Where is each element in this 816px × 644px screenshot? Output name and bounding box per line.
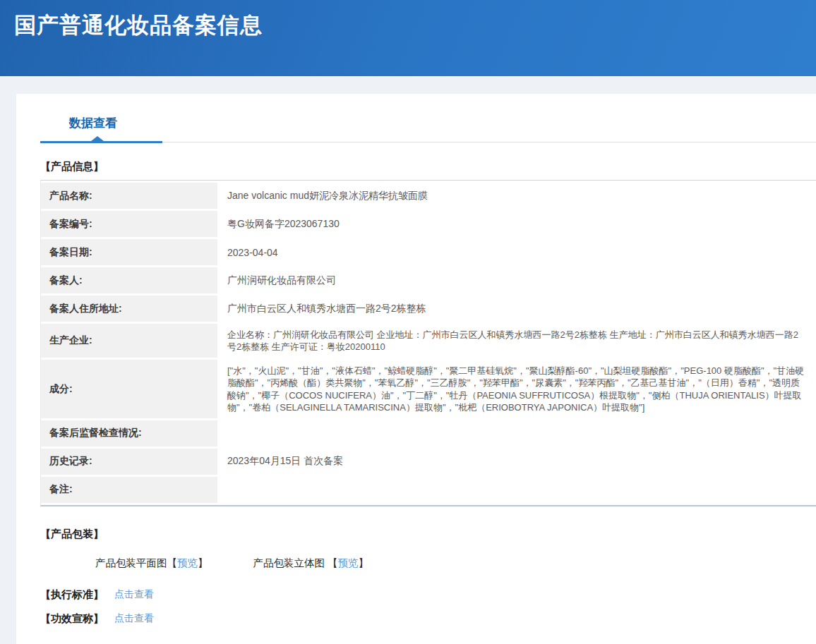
standard-view-link[interactable]: 点击查看 [114, 588, 154, 601]
efficacy-view-link[interactable]: 点击查看 [114, 612, 154, 625]
row-value: Jane volcanic mud妍泥冷泉冰泥精华抗皱面膜 [217, 183, 816, 209]
efficacy-row: 【功效宣称】 点击查看 [40, 612, 816, 626]
section-heading-packaging: 【产品包装】 [40, 528, 816, 541]
row-label: 备注: [41, 477, 217, 503]
bracket-open: 【 [328, 557, 338, 569]
packaging-row: 产品包装平面图【预览】 产品包装立体图 【预览】 [40, 557, 816, 570]
table-row-registration-number: 备案编号: 粤G妆网备字2023067130 [41, 211, 816, 237]
table-row-registrant: 备案人: 广州润研化妆品有限公司 [41, 267, 816, 293]
row-label: 备案编号: [41, 211, 217, 237]
row-value: 粤G妆网备字2023067130 [217, 211, 816, 237]
section-heading-efficacy: 【功效宣称】 [40, 612, 104, 626]
product-info-table: 产品名称: Jane volcanic mud妍泥冷泉冰泥精华抗皱面膜 备案编号… [40, 180, 816, 506]
packaging-stereo-label: 产品包装立体图 [253, 557, 328, 569]
table-row-registration-date: 备案日期: 2023-04-04 [41, 239, 816, 265]
table-row-product-name: 产品名称: Jane volcanic mud妍泥冷泉冰泥精华抗皱面膜 [41, 183, 816, 209]
tab-underline [40, 141, 816, 143]
tab-active-indicator [40, 141, 162, 143]
row-value: 广州市白云区人和镇秀水塘西一路2号2栋整栋 [217, 296, 816, 322]
table-row-supervision-check: 备案后监督检查情况: [41, 420, 816, 446]
row-label: 产品名称: [41, 183, 217, 209]
row-value: 广州润研化妆品有限公司 [217, 267, 816, 293]
packaging-stereo-preview-link[interactable]: 预览 [338, 557, 359, 569]
page-header-banner: 国产普通化妆品备案信息 [0, 0, 816, 76]
row-value [217, 420, 816, 446]
row-value: 2023年04月15日 首次备案 [217, 449, 816, 475]
row-label: 生产企业: [41, 324, 217, 358]
row-label: 备案后监督检查情况: [41, 420, 217, 446]
bracket-close: 】 [198, 557, 208, 569]
table-row-registrant-address: 备案人住所地址: 广州市白云区人和镇秀水塘西一路2号2栋整栋 [41, 296, 816, 322]
section-heading-product-info: 【产品信息】 [40, 160, 816, 174]
row-label: 历史记录: [41, 449, 217, 475]
row-value: 企业名称：广州润研化妆品有限公司 企业地址：广州市白云区人和镇秀水塘西一路2号2… [217, 324, 816, 358]
row-label: 备案人: [41, 267, 217, 293]
table-row-remarks: 备注: [41, 477, 816, 503]
tab-arrow-up-icon [91, 136, 104, 141]
packaging-stereo-item: 产品包装立体图 【预览】 [253, 557, 369, 570]
row-label: 备案日期: [41, 239, 217, 265]
page-title: 国产普通化妆品备案信息 [14, 11, 816, 40]
tab-divider-line [162, 142, 816, 142]
packaging-flat-preview-link[interactable]: 预览 [177, 557, 198, 569]
row-value [217, 477, 816, 503]
row-value: 2023-04-04 [217, 239, 816, 265]
table-row-manufacturer: 生产企业: 企业名称：广州润研化妆品有限公司 企业地址：广州市白云区人和镇秀水塘… [41, 324, 816, 358]
section-heading-standard: 【执行标准】 [40, 588, 104, 602]
packaging-flat-label: 产品包装平面图 [95, 557, 167, 569]
bracket-open: 【 [167, 557, 178, 569]
table-row-ingredients: 成分: ["水"，"火山泥"，"甘油"，"液体石蜡"，"鲸蜡硬脂醇"，"聚二甲基… [41, 360, 816, 418]
packaging-flat-item: 产品包装平面图【预览】 [95, 557, 208, 570]
content-card: 数据查看 【产品信息】 产品名称: Jane volcanic mud妍泥冷泉冰… [16, 94, 816, 644]
standard-row: 【执行标准】 点击查看 [40, 588, 816, 602]
row-label: 成分: [41, 360, 217, 418]
table-row-history: 历史记录: 2023年04月15日 首次备案 [41, 449, 816, 475]
tab-data-view[interactable]: 数据查看 [69, 115, 117, 131]
row-label: 备案人住所地址: [41, 296, 217, 322]
bracket-close: 】 [359, 557, 369, 569]
row-value: ["水"，"火山泥"，"甘油"，"液体石蜡"，"鲸蜡硬脂醇"，"聚二甲基硅氧烷"… [217, 360, 816, 418]
